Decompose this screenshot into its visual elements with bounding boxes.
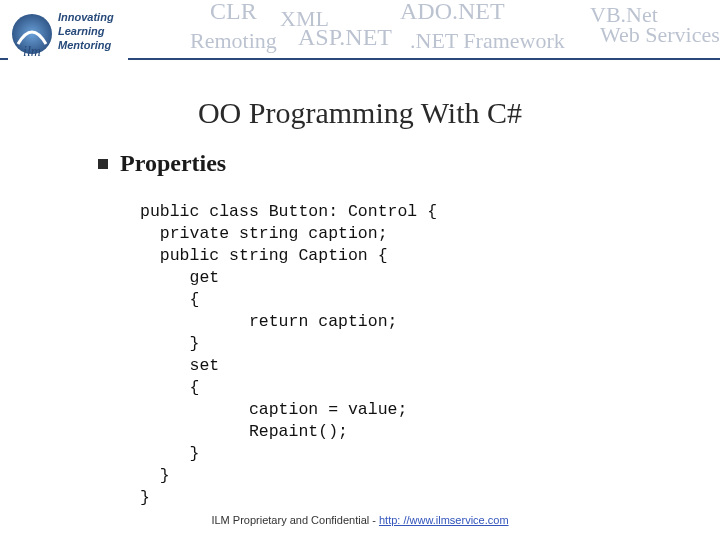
- logo-line-2: Learning: [58, 24, 114, 38]
- ilm-logo-text: Innovating Learning Mentoring: [58, 10, 114, 52]
- logo-line-1: Innovating: [58, 10, 114, 24]
- bullet-text: Properties: [120, 150, 226, 177]
- banner-term-clr: CLR: [210, 0, 257, 25]
- logo-line-3: Mentoring: [58, 38, 114, 52]
- bullet-row: Properties: [98, 150, 226, 177]
- banner-term-ado: ADO.NET: [400, 0, 505, 25]
- footer-prefix: ILM Proprietary and Confidential -: [211, 514, 379, 526]
- banner-term-asp: ASP.NET: [298, 24, 392, 51]
- footer: ILM Proprietary and Confidential - http:…: [0, 514, 720, 526]
- code-block: public class Button: Control { private s…: [140, 201, 437, 509]
- slide-title: OO Programming With C#: [0, 96, 720, 130]
- ilm-logo-icon: ilm: [8, 10, 56, 58]
- banner-term-webservices: Web Services: [600, 22, 720, 48]
- header-banner: CLR XML ADO.NET VB.Net Remoting ASP.NET …: [0, 0, 720, 80]
- ilm-logo: ilm Innovating Learning Mentoring: [8, 4, 128, 76]
- bullet-square-icon: [98, 159, 108, 169]
- banner-term-remoting: Remoting: [190, 28, 277, 54]
- svg-text:ilm: ilm: [23, 44, 41, 58]
- footer-link[interactable]: http: //www.ilmservice.com: [379, 514, 509, 526]
- banner-term-framework: .NET Framework: [410, 28, 565, 54]
